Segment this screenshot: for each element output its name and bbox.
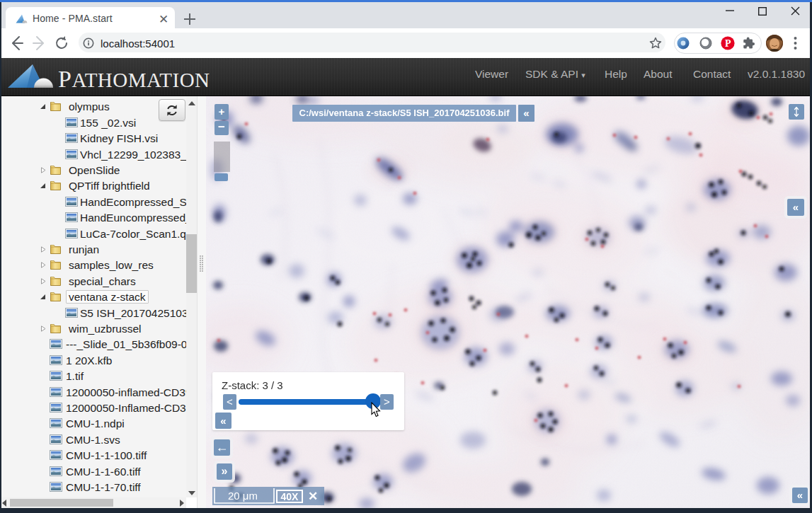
svg-text:P: P — [725, 38, 731, 49]
